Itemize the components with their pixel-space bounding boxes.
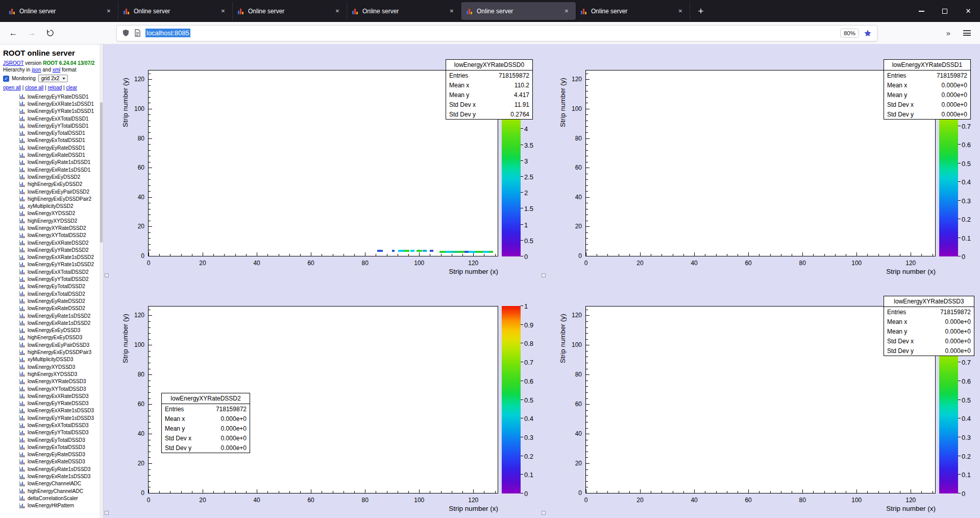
hierarchy-item[interactable]: lowEnergyExEyPairDSSD2 (0, 188, 103, 195)
browser-tab[interactable]: Online server✕ (576, 2, 690, 20)
hierarchy-item[interactable]: lowEnergyEyRateDSSD3 (0, 451, 103, 458)
hierarchy-item[interactable]: lowEnergyExEyDSSD2 (0, 173, 103, 180)
hierarchy-item[interactable]: lowEnergyExEyPairDSSD3 (0, 341, 103, 348)
pad-resize-handle[interactable] (105, 511, 109, 515)
stats-box[interactable]: lowEnergyXYRateDSSD1Entries718159872Mean… (884, 59, 971, 120)
tab-close-icon[interactable]: ✕ (333, 7, 342, 16)
hierarchy-item[interactable]: lowEnergyExXRate1sDSSD2 (0, 254, 103, 261)
xml-link[interactable]: xml (53, 67, 61, 73)
hierarchy-item[interactable]: lowEnergyEyYRate1sDSSD3 (0, 414, 103, 421)
hierarchy-item[interactable]: lowEnergyEyTotalDSSD2 (0, 283, 103, 290)
close-window-button[interactable]: ✕ (957, 0, 980, 22)
maximize-button[interactable] (933, 0, 957, 22)
minimize-button[interactable] (910, 0, 933, 22)
hierarchy-item[interactable]: lowEnergyExXTotalDSSD3 (0, 421, 103, 429)
action-link-open-all[interactable]: open all (3, 85, 21, 90)
hierarchy-item[interactable]: highEnergyChannelADC (0, 487, 103, 495)
hierarchy-item[interactable]: lowEnergyXYRateDSSD2 (0, 224, 103, 231)
hierarchy-item[interactable]: xyMultiplicityDSSD2 (0, 202, 103, 209)
hierarchy-item[interactable]: lowEnergyExEyDSSD3 (0, 327, 103, 334)
new-tab-button[interactable]: + (693, 4, 708, 19)
monitoring-checkbox[interactable]: ✓ (3, 76, 9, 82)
hierarchy-item[interactable]: highEnergyXYDSSD3 (0, 370, 103, 378)
action-link-clear[interactable]: clear (66, 85, 77, 90)
hierarchy-item[interactable]: xyMultiplicityDSSD3 (0, 356, 103, 363)
hierarchy-item[interactable]: lowEnergyEyRate1sDSSD3 (0, 465, 103, 473)
hierarchy-item[interactable]: lowEnergyExRate1sDSSD3 (0, 473, 103, 480)
bookmark-star-icon[interactable] (864, 29, 872, 37)
hierarchy-item[interactable]: lowEnergyEyTotalDSSD1 (0, 129, 103, 136)
url-bar[interactable]: localhost:8085 80% (116, 25, 877, 41)
hierarchy-item[interactable]: lowEnergyEyYTotalDSSD3 (0, 429, 103, 436)
stats-box[interactable]: lowEnergyXYRateDSSD2Entries718159872Mean… (161, 393, 250, 453)
hierarchy-item[interactable]: highEnergyExEyDSSD3 (0, 334, 103, 341)
scrollbar-thumb[interactable] (100, 102, 103, 243)
pad-resize-handle[interactable] (105, 273, 109, 277)
hierarchy-item[interactable]: lowEnergyExXTotalDSSD2 (0, 268, 103, 275)
reload-button[interactable] (41, 25, 59, 41)
grid-layout-select[interactable]: grid 2x2 (38, 75, 68, 82)
tab-close-icon[interactable]: ✕ (676, 7, 685, 16)
hierarchy-item[interactable]: lowEnergyExXRateDSSD2 (0, 239, 103, 246)
hierarchy-item[interactable]: lowEnergyExXRate1sDSSD3 (0, 407, 103, 414)
action-link-close-all[interactable]: close all (25, 85, 43, 90)
stats-box[interactable]: lowEnergyXYRateDSSD0Entries718159872Mean… (446, 59, 533, 120)
hierarchy-item[interactable]: lowEnergyExTotalDSSD1 (0, 137, 103, 144)
hierarchy-item[interactable]: lowEnergyEyYTotalDSSD2 (0, 275, 103, 282)
hierarchy-item[interactable]: lowEnergyXYTotalDSSD2 (0, 232, 103, 239)
hierarchy-item[interactable]: lowEnergyChannelADC (0, 480, 103, 487)
browser-tab[interactable]: Online server✕ (233, 2, 347, 20)
jsroot-link[interactable]: JSROOT (3, 60, 23, 66)
shield-icon[interactable] (122, 29, 130, 37)
hierarchy-item[interactable]: highEnergyExEyDSSDPair2 (0, 195, 103, 202)
hierarchy-item[interactable]: lowEnergyExXTotalDSSD1 (0, 115, 103, 122)
browser-tab[interactable]: Online server✕ (461, 2, 576, 20)
hierarchy-item[interactable]: lowEnergyExRateDSSD1 (0, 151, 103, 158)
hierarchy-item[interactable]: lowEnergyExRateDSSD2 (0, 305, 103, 312)
color-scale-bar[interactable] (502, 306, 521, 493)
pad-resize-handle[interactable] (542, 511, 546, 515)
hierarchy-item[interactable]: lowEnergyExRateDSSD3 (0, 458, 103, 465)
hierarchy-item[interactable]: lowEnergyExRate1sDSSD2 (0, 319, 103, 326)
app-menu-button[interactable] (958, 25, 976, 41)
hierarchy-item[interactable]: lowEnergyXYRateDSSD3 (0, 378, 103, 385)
hierarchy-item[interactable]: lowEnergyEyRateDSSD1 (0, 144, 103, 151)
tab-close-icon[interactable]: ✕ (104, 7, 113, 16)
overflow-menu-button[interactable]: » (939, 25, 958, 41)
json-link[interactable]: json (32, 67, 41, 73)
hierarchy-item[interactable]: lowEnergyXYTotalDSSD3 (0, 385, 103, 392)
forward-button[interactable]: → (22, 25, 41, 41)
hierarchy-item[interactable]: lowEnergyExXRate1sDSSD1 (0, 100, 103, 107)
browser-tab[interactable]: Online server✕ (118, 2, 233, 20)
hierarchy-item[interactable]: lowEnergyHitPattern (0, 502, 103, 509)
hierarchy-item[interactable]: highEnergyExEyDSSD2 (0, 181, 103, 188)
hierarchy-item[interactable]: highEnergyXYDSSD2 (0, 217, 103, 224)
tab-close-icon[interactable]: ✕ (562, 7, 571, 16)
hierarchy-item[interactable]: lowEnergyExTotalDSSD2 (0, 290, 103, 297)
back-button[interactable]: ← (4, 25, 22, 41)
hierarchy-item[interactable]: highEnergyExEyDSSDPair3 (0, 348, 103, 356)
hierarchy-item[interactable]: lowEnergyExXRateDSSD3 (0, 392, 103, 399)
zoom-indicator[interactable]: 80% (840, 29, 859, 38)
browser-tab[interactable]: Online server✕ (347, 2, 461, 20)
hierarchy-item[interactable]: lowEnergyXYDSSD3 (0, 363, 103, 370)
hierarchy-item[interactable]: lowEnergyEyYRate1sDSSD2 (0, 261, 103, 268)
stats-box[interactable]: lowEnergyXYRateDSSD3Entries718159872Mean… (884, 296, 974, 356)
page-info-icon[interactable] (134, 29, 141, 37)
browser-tab[interactable]: Online server✕ (4, 2, 118, 20)
pad-resize-handle[interactable] (542, 273, 546, 277)
hierarchy-item[interactable]: lowEnergyEyRate1sDSSD1 (0, 159, 103, 166)
hierarchy-item[interactable]: lowEnergyEyYTotalDSSD1 (0, 122, 103, 129)
hierarchy-item[interactable]: lowEnergyEyRate1sDSSD2 (0, 312, 103, 319)
hierarchy-item[interactable]: deltaCorrelationScaler (0, 495, 103, 502)
hierarchy-item[interactable]: lowEnergyEyRateDSSD2 (0, 297, 103, 304)
tab-close-icon[interactable]: ✕ (218, 7, 228, 16)
action-link-reload[interactable]: reload (47, 85, 62, 90)
sidebar-scrollbar[interactable] (100, 44, 103, 518)
hierarchy-item[interactable]: lowEnergyXYDSSD2 (0, 210, 103, 217)
hierarchy-item[interactable]: lowEnergyEyTotalDSSD3 (0, 436, 103, 443)
hierarchy-item[interactable]: lowEnergyEyYRateDSSD3 (0, 399, 103, 407)
hierarchy-item[interactable]: lowEnergyEyYRateDSSD2 (0, 246, 103, 253)
tab-close-icon[interactable]: ✕ (447, 7, 456, 16)
hierarchy-item[interactable]: lowEnergyEyYRate1sDSSD1 (0, 108, 103, 115)
